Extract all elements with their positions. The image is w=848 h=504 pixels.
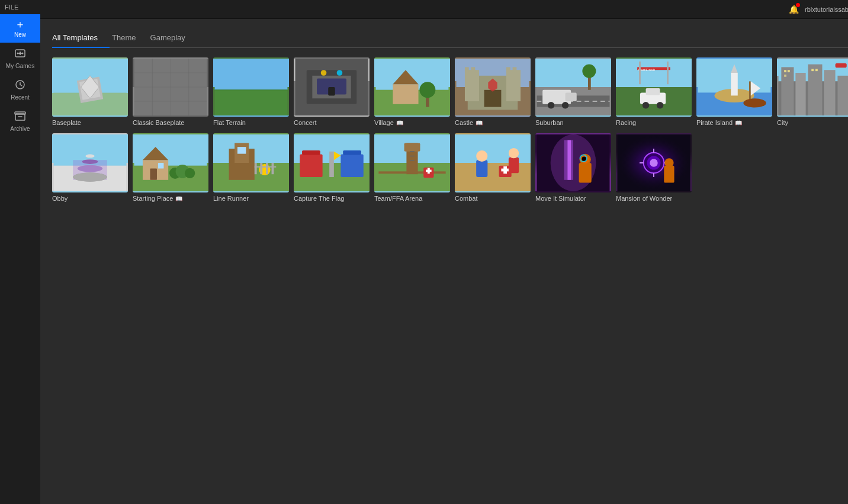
svg-rect-64: [639, 62, 641, 84]
template-name-obby: Obby: [52, 195, 128, 202]
svg-rect-88: [811, 69, 814, 71]
template-thumb-flat: [213, 57, 289, 117]
template-card-starting-place[interactable]: Starting Place 📖: [133, 133, 208, 202]
template-thumb-suburban: [535, 57, 611, 117]
template-name-castle: Castle 📖: [455, 119, 531, 126]
template-name-concert: Concert: [294, 119, 370, 126]
svg-rect-123: [300, 155, 322, 177]
svg-rect-32: [328, 87, 335, 95]
svg-rect-82: [808, 65, 822, 115]
sidebar-item-archive[interactable]: Archive: [0, 105, 40, 137]
svg-rect-127: [329, 152, 334, 177]
svg-rect-136: [378, 171, 445, 174]
notification-button[interactable]: 🔔: [789, 4, 799, 15]
template-name-pirate: Pirate Island 📖: [696, 119, 772, 126]
archive-icon: [14, 110, 26, 124]
svg-rect-116: [255, 163, 257, 174]
template-thumb-ctf: [294, 133, 370, 192]
svg-rect-153: [579, 163, 592, 183]
svg-point-38: [419, 82, 435, 98]
template-card-village[interactable]: Village 📖: [374, 57, 450, 126]
svg-rect-83: [824, 70, 835, 115]
sidebar-mygames-label: My Games: [6, 63, 34, 69]
sidebar-new-label: New: [14, 31, 26, 38]
template-thumb-starting: [133, 133, 208, 192]
sidebar-item-my-games[interactable]: My Games: [0, 43, 40, 74]
book-icon-starting: 📖: [175, 195, 182, 202]
topbar: 🔔 rblxtutorialssab ▾: [40, 0, 848, 19]
template-card-move-it[interactable]: Move It Simulator: [535, 133, 611, 202]
svg-point-98: [73, 172, 107, 181]
sidebar-recent-label: Recent: [11, 94, 30, 101]
template-card-city[interactable]: City: [777, 57, 848, 126]
template-thumb-classic: [133, 57, 208, 117]
tab-gameplay[interactable]: Gameplay: [148, 28, 197, 48]
svg-rect-23: [215, 59, 288, 90]
svg-point-56: [548, 102, 555, 109]
svg-rect-46: [506, 67, 510, 73]
template-card-classic-baseplate[interactable]: Classic Baseplate: [133, 57, 208, 126]
template-card-castle[interactable]: Castle 📖: [455, 57, 531, 126]
template-card-racing[interactable]: Start/Finish Racing: [616, 57, 692, 126]
clock-icon: [14, 79, 26, 92]
svg-rect-44: [465, 67, 469, 73]
book-icon-village: 📖: [396, 120, 403, 126]
template-card-ctf[interactable]: Capture The Flag: [294, 133, 370, 202]
sidebar-item-recent[interactable]: Recent: [0, 74, 40, 105]
template-card-team-ffa[interactable]: Team/FFA Arena: [374, 133, 450, 202]
svg-rect-105: [150, 169, 157, 180]
content-area: All Templates Theme Gameplay: [40, 19, 848, 504]
svg-rect-80: [781, 67, 794, 115]
template-name-linerunner: Line Runner: [213, 195, 289, 202]
tab-all-templates[interactable]: All Templates: [52, 28, 110, 48]
svg-rect-4: [18, 53, 22, 54]
svg-point-68: [643, 102, 650, 109]
svg-rect-81: [795, 73, 805, 115]
svg-point-168: [664, 158, 673, 167]
template-card-concert[interactable]: Concert: [294, 57, 370, 126]
username-label: rblxtutorialssab: [805, 6, 848, 13]
template-card-mansion[interactable]: Mansion of Wonder: [616, 133, 692, 202]
svg-rect-126: [343, 150, 361, 155]
sidebar: FILE ＋ New My Games Recent: [0, 0, 40, 504]
template-thumb-concert: [294, 57, 370, 117]
svg-point-109: [185, 168, 195, 178]
template-card-pirate-island[interactable]: Pirate Island 📖: [696, 57, 772, 126]
template-thumb-castle: [455, 57, 531, 117]
svg-rect-47: [513, 67, 517, 73]
svg-rect-43: [506, 70, 521, 101]
template-card-flat-terrain[interactable]: Flat Terrain: [213, 57, 289, 126]
sidebar-item-new[interactable]: ＋ New: [0, 14, 40, 43]
template-name-teamffa: Team/FFA Arena: [374, 195, 450, 202]
template-name-city: City: [777, 119, 848, 126]
svg-rect-117: [260, 163, 262, 174]
topbar-right: 🔔 rblxtutorialssab ▾: [789, 4, 848, 15]
template-name-classic: Classic Baseplate: [133, 119, 208, 126]
svg-rect-65: [667, 62, 669, 84]
svg-rect-48: [484, 90, 502, 107]
file-menu[interactable]: FILE: [0, 0, 40, 14]
svg-point-77: [743, 98, 766, 107]
template-name-moveit: Move It Simulator: [535, 195, 611, 202]
svg-rect-119: [272, 163, 274, 174]
svg-point-57: [562, 102, 569, 109]
notification-dot: [796, 3, 800, 7]
template-thumb-teamffa: [374, 133, 450, 192]
svg-rect-147: [509, 157, 519, 173]
svg-rect-55: [566, 93, 577, 101]
tab-theme[interactable]: Theme: [110, 28, 147, 48]
svg-rect-35: [393, 84, 418, 104]
svg-point-100: [82, 159, 98, 164]
template-card-baseplate[interactable]: Baseplate: [52, 57, 128, 126]
template-thumb-moveit: [535, 133, 611, 192]
template-card-combat[interactable]: Combat: [455, 133, 531, 202]
svg-point-99: [78, 165, 102, 172]
svg-rect-114: [237, 147, 246, 154]
template-card-obby[interactable]: Obby: [52, 133, 128, 202]
template-card-line-runner[interactable]: Line Runner: [213, 133, 289, 202]
template-name-flat: Flat Terrain: [213, 119, 289, 126]
svg-point-29: [321, 70, 327, 76]
template-name-racing: Racing: [616, 119, 692, 126]
template-card-suburban[interactable]: Suburban: [535, 57, 611, 126]
svg-rect-106: [158, 163, 164, 169]
